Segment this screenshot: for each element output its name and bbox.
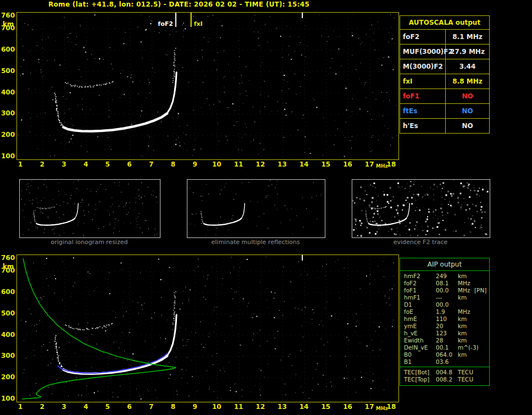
y-axis-unit-label: km (2, 263, 15, 270)
autoscala-row-fxi: fxI8.8 MHz (400, 74, 489, 89)
y-axis-tick-label: 300 (0, 352, 15, 359)
x-axis-tick-label: 14 (300, 161, 309, 168)
aip-cell-extra (474, 280, 489, 287)
parameter-name: fxI (400, 74, 446, 88)
aip-table-title: AIP output (400, 258, 489, 271)
aip-cell-unit: km (458, 337, 474, 344)
aip-row-fof1: foF100.0MHz[PN] (404, 287, 489, 294)
aip-cell-value: --- (436, 294, 458, 301)
parameter-value: NO (446, 119, 489, 133)
thumb-f2-trace-asymptote (406, 203, 409, 219)
x-axis-tick-label: 11 (234, 403, 243, 411)
y-axis-tick-label: 200 (0, 373, 15, 381)
aip-output-table: AIP output hmF2249kmfoF208.1MHzfoF100.0M… (400, 258, 490, 386)
x-axis-tick-label: 8 (171, 403, 175, 411)
aip-row-b0: B0064.0km (404, 351, 489, 358)
thumbnail-multiple-reflections-removed (187, 179, 325, 238)
x-axis-tick-label: 13 (278, 161, 287, 168)
aip-cell-unit: MHz (458, 308, 474, 316)
aip-cell-value: 1.9 (436, 308, 458, 316)
aip-cell-name: TEC[Top] (404, 376, 436, 383)
x-axis-tick-label: 6 (127, 403, 131, 411)
x-axis-tick-label: 15 (321, 403, 330, 411)
grid-lines (18, 256, 397, 401)
aip-cell-unit (458, 301, 474, 308)
echo-noise-dots (21, 257, 395, 400)
parameter-value: 27.9 MHz (446, 45, 489, 59)
x-axis-tick-label: 2 (40, 161, 45, 168)
aip-cell-extra (474, 294, 489, 301)
aip-row-b1: B103.6 (404, 358, 489, 366)
aip-cell-extra (474, 330, 489, 337)
x-axis-tick-label: 6 (127, 161, 131, 168)
aip-cell-value: 20 (436, 323, 458, 330)
thumb-f2-trace (37, 219, 75, 225)
aip-row-ewidth: Ewidth28km (404, 337, 489, 344)
aip-row-d1: D100.0 (404, 301, 489, 308)
autoscala-table-title: AUTOSCALA output (400, 16, 489, 30)
aip-cell-name: hmF2 (404, 273, 436, 280)
x-axis-tick-label: 12 (256, 403, 265, 411)
thumb-2-canvas (352, 180, 490, 237)
aip-row-fof2: foF208.1MHz (404, 280, 489, 287)
aip-cell-unit: km (458, 316, 474, 323)
aip-cell-unit (458, 358, 474, 366)
autoscala-row-fof1: foF1NO (400, 89, 489, 104)
y-axis-tick-label: 500 (0, 309, 15, 317)
aip-cell-unit: km (458, 294, 474, 301)
aip-row-hmf2: hmF2249km (404, 273, 489, 280)
parameter-value: NO (446, 104, 489, 118)
fof2-marker-label: foF2 (158, 20, 173, 27)
autoscala-row-hes: h'EsNO (400, 119, 489, 133)
autoscala-row-ftes: ftEsNO (400, 104, 489, 119)
aip-cell-value: 123 (436, 330, 458, 337)
x-axis-tick-label: 9 (192, 403, 197, 411)
aip-cell-name: h_vE (404, 330, 436, 337)
parameter-name: MUF(3000)F2 (400, 45, 446, 59)
parameter-name: h'Es (400, 119, 446, 133)
aip-cell-value: 00.1 (436, 344, 458, 351)
y-axis-tick-label: 200 (0, 131, 15, 139)
autoscala-table-rows: foF28.1 MHzMUF(3000)F227.9 MHzM(3000)F23… (400, 30, 489, 133)
top-ionogram-plot: foF2fxI (16, 12, 399, 160)
aip-cell-value: 008.2 (436, 376, 458, 383)
aip-tec-rows: TEC[Bot]004.8TECUTEC[Top]008.2TECU (400, 367, 489, 385)
f2-trace-asymptote (167, 73, 176, 114)
x-axis-tick-label: 5 (106, 403, 110, 411)
aip-cell-name: Ewidth (404, 337, 436, 344)
thumbnail-label: eliminate multiple reflections (187, 239, 324, 246)
aip-cell-value: 28 (436, 337, 458, 344)
autoscala-output-table: AUTOSCALA output foF28.1 MHzMUF(3000)F22… (400, 15, 490, 134)
parameter-name: foF1 (400, 89, 446, 103)
aip-cell-name: B1 (404, 358, 436, 366)
thumb-1-canvas (187, 180, 325, 237)
aip-cell-unit: km (458, 330, 474, 337)
x-axis-unit-label: MHz (376, 163, 388, 169)
aip-cell-extra: [PN] (474, 287, 489, 294)
thumb-f2-trace (204, 219, 241, 225)
x-axis-tick-label: 10 (212, 403, 221, 411)
x-axis-tick-label: 3 (62, 161, 66, 168)
aip-row-delnve: DelN_vE00.1m^(-3) (404, 344, 489, 351)
y-axis-tick-label: 500 (0, 67, 15, 75)
aip-cell-unit: km (458, 273, 474, 280)
fxi-marker-label: fxI (194, 20, 203, 27)
x-axis-tick-label: 9 (192, 161, 197, 168)
x-axis-tick-label: 14 (300, 403, 309, 411)
aip-row-foe: foE1.9MHz (404, 308, 489, 316)
x-axis-tick-label: 13 (278, 403, 287, 411)
aip-cell-name: foF2 (404, 280, 436, 287)
aip-row-hmf1: hmF1---km (404, 294, 489, 301)
autoscala-row-muf3000f2: MUF(3000)F227.9 MHz (400, 45, 489, 59)
aip-cell-extra (474, 316, 489, 323)
y-axis-tick-label: 760 (0, 12, 15, 19)
bottom-ionogram-plot-with-profile (16, 254, 399, 402)
x-axis-tick-label: 2 (40, 403, 45, 411)
thumbnail-label: original ionogram resized (19, 239, 159, 246)
x-axis-tick-label: 16 (343, 403, 352, 411)
aip-cell-value: 110 (436, 316, 458, 323)
aip-cell-extra (474, 323, 489, 330)
x-axis-tick-label: 4 (84, 161, 88, 168)
aip-cell-name: ymE (404, 323, 436, 330)
x-axis-tick-label: 17 (365, 161, 374, 168)
